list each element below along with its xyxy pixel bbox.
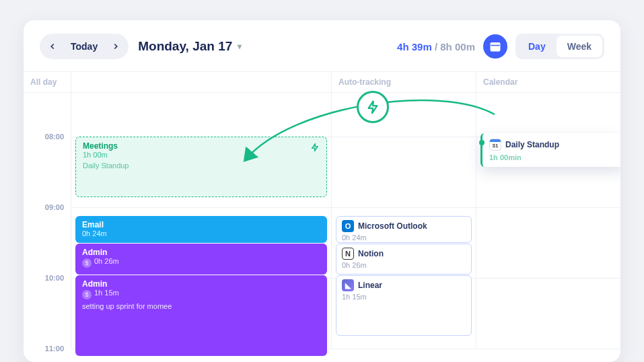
app-notion[interactable]: NNotion 0h 26m — [336, 244, 472, 275]
tracked-value: 4h 39m — [397, 41, 432, 52]
event-title: Meetings — [83, 141, 320, 151]
column-headers: All day Auto-tracking Calendar — [24, 71, 620, 93]
chevron-down-icon: ▾ — [238, 42, 242, 51]
event-subtitle: Daily Standup — [83, 161, 320, 170]
time-label: 08:00 — [45, 133, 64, 141]
cal-event-duration: 1h 00min — [489, 153, 618, 161]
event-email[interactable]: Email 0h 24m — [75, 216, 327, 243]
calendar-button[interactable]: 31 — [483, 34, 507, 59]
prev-day-button[interactable] — [42, 36, 63, 57]
app-linear[interactable]: ◣Linear 1h 15m — [336, 275, 472, 336]
notion-icon: N — [342, 248, 354, 260]
header: Today Monday, Jan 17 ▾ 4h 39m / 8h 00m 3… — [24, 20, 620, 71]
app-name: Notion — [358, 249, 384, 258]
event-title: Email — [82, 220, 320, 229]
gcal-icon — [489, 139, 501, 151]
event-admin-2[interactable]: Admin $1h 15m setting up sprint for mome… — [75, 275, 327, 356]
today-button[interactable]: Today — [64, 36, 104, 57]
event-dot — [479, 140, 485, 145]
app-duration: 0h 24m — [342, 233, 466, 242]
app-outlook[interactable]: OMicrosoft Outlook 0h 24m — [336, 216, 472, 243]
app-window: Today Monday, Jan 17 ▾ 4h 39m / 8h 00m 3… — [24, 20, 620, 362]
col-auto-label: Auto-tracking — [331, 72, 476, 92]
event-meetings[interactable]: Meetings 1h 00m Daily Standup — [75, 137, 327, 197]
tracked-hours: 4h 39m / 8h 00m — [397, 41, 475, 52]
calendar-track[interactable]: Daily Standup 1h 00min — [476, 93, 620, 349]
app-name: Microsoft Outlook — [358, 221, 427, 231]
main-track[interactable]: Meetings 1h 00m Daily Standup Email 0h 2… — [71, 93, 331, 349]
time-label: 11:00 — [45, 345, 64, 353]
col-allday-label: All day — [24, 72, 71, 92]
event-subtitle: setting up sprint for momee — [82, 302, 320, 310]
total-hours: / 8h 00m — [435, 41, 475, 52]
view-day-button[interactable]: Day — [517, 36, 557, 57]
dollar-icon: $ — [82, 290, 92, 299]
app-name: Linear — [358, 281, 382, 290]
time-label: 09:00 — [45, 203, 64, 211]
calendar-event[interactable]: Daily Standup 1h 00min — [480, 133, 620, 167]
date-title[interactable]: Monday, Jan 17 ▾ — [138, 39, 242, 54]
cal-event-title: Daily Standup — [505, 140, 559, 149]
timeline-grid: 08:00 09:00 10:00 11:00 Meetings 1h 00m … — [24, 93, 620, 349]
col-main — [71, 72, 331, 92]
auto-track[interactable]: OMicrosoft Outlook 0h 24m NNotion 0h 26m… — [331, 93, 476, 349]
event-title: Admin — [82, 248, 320, 257]
app-duration: 0h 26m — [342, 261, 466, 269]
col-calendar-label: Calendar — [476, 72, 620, 92]
linear-icon: ◣ — [342, 279, 354, 291]
event-duration: $1h 15m — [82, 289, 320, 299]
bolt-badge — [357, 91, 389, 123]
event-admin[interactable]: Admin $0h 26m — [75, 244, 327, 275]
event-duration: 1h 00m — [83, 151, 320, 159]
time-column: 08:00 09:00 10:00 11:00 — [24, 93, 71, 349]
date-title-text: Monday, Jan 17 — [138, 39, 232, 54]
header-right: 4h 39m / 8h 00m 31 Day Week — [397, 34, 604, 59]
app-duration: 1h 15m — [342, 293, 466, 301]
view-toggle: Day Week — [515, 34, 604, 59]
event-duration: $0h 26m — [82, 257, 320, 268]
event-duration: 0h 24m — [82, 229, 320, 238]
next-day-button[interactable] — [106, 36, 126, 57]
svg-text:31: 31 — [493, 46, 498, 50]
outlook-icon: O — [342, 220, 354, 232]
date-nav: Today — [40, 34, 129, 59]
time-label: 10:00 — [45, 274, 64, 282]
event-title: Admin — [82, 279, 320, 289]
view-week-button[interactable]: Week — [557, 36, 602, 57]
bolt-icon — [310, 143, 320, 152]
dollar-icon: $ — [82, 258, 92, 268]
